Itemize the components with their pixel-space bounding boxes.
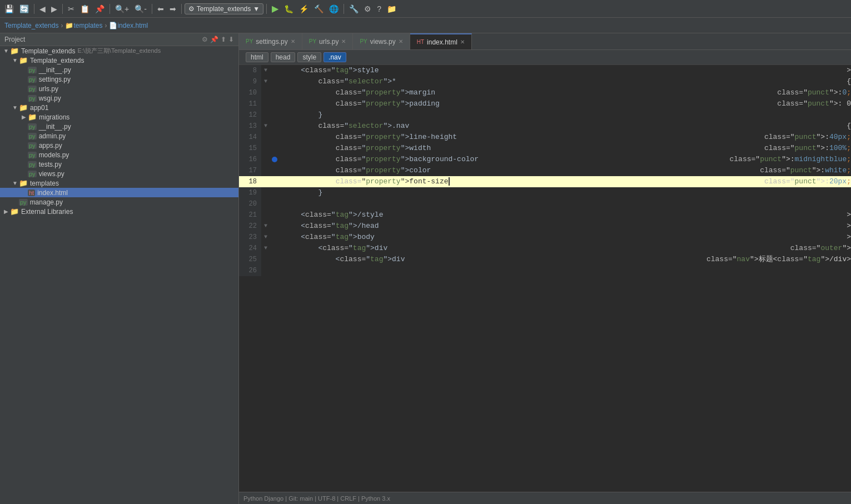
code-content: <class="tag">body xyxy=(279,232,847,243)
tab-close-icon[interactable]: ✕ xyxy=(291,38,295,44)
tab-index[interactable]: HT index.html ✕ xyxy=(410,33,472,49)
tree-item[interactable]: ▼ 📁 Template_extends E:\脱产三期\Template_ex… xyxy=(0,46,238,56)
tree-item[interactable]: ht index.html xyxy=(0,188,238,197)
tree-label: settings.py xyxy=(39,76,71,83)
debug-gutter[interactable] xyxy=(270,109,279,121)
debug-gutter[interactable] xyxy=(270,209,279,221)
tree-label: tests.py xyxy=(39,161,62,168)
debug-gutter[interactable] xyxy=(270,132,279,143)
tree-item[interactable]: py urls.py xyxy=(0,84,238,93)
fold-gutter[interactable]: ▼ xyxy=(261,65,270,76)
code-editor[interactable]: 8 ▼ <class="tag">style> 9 ▼ class="selec… xyxy=(239,65,851,492)
breadcrumb-tag-html[interactable]: html xyxy=(246,52,268,62)
debug-dot-empty xyxy=(272,268,277,273)
debug-dot-empty xyxy=(272,246,277,251)
tab-close-icon[interactable]: ✕ xyxy=(460,39,465,45)
code-line: 9 ▼ class="selector">* { xyxy=(239,76,851,87)
tree-item[interactable]: ▶ 📁 migrations xyxy=(0,112,238,122)
sidebar-collapse-icon[interactable]: ⬇ xyxy=(228,36,234,43)
project-dropdown[interactable]: ⚙ Template_extends ▼ xyxy=(185,3,263,14)
debug-gutter[interactable] xyxy=(270,187,279,198)
tree-item[interactable]: py models.py xyxy=(0,150,238,159)
debug-gutter[interactable] xyxy=(270,98,279,109)
tree-item[interactable]: py views.py xyxy=(0,169,238,178)
tree-item[interactable]: py settings.py xyxy=(0,74,238,84)
code-line: 17 class="property">colorclass="punct">:… xyxy=(239,165,851,176)
zoom-in-button[interactable]: 🔍+ xyxy=(113,3,131,14)
tree-item[interactable]: py wsgi.py xyxy=(0,93,238,103)
run-debug-button[interactable]: ⚡ xyxy=(297,3,311,14)
fold-gutter[interactable]: ▼ xyxy=(261,232,270,243)
forward-button[interactable]: ▶ xyxy=(49,3,59,14)
breadcrumb-item-root[interactable]: Template_extends xyxy=(4,22,58,29)
tree-item[interactable]: py __init__.py xyxy=(0,122,238,131)
debug-gutter[interactable] xyxy=(270,121,279,132)
save-button[interactable]: 💾 xyxy=(2,3,16,14)
zoom-out-button[interactable]: 🔍- xyxy=(132,3,149,14)
code-line: 18 class="property">font-sizeclass="punc… xyxy=(239,176,851,187)
tree-item[interactable]: py apps.py xyxy=(0,141,238,150)
vcs-button[interactable]: 📁 xyxy=(385,3,399,14)
help-button[interactable]: ? xyxy=(375,3,384,14)
breadcrumb-tag-style[interactable]: style xyxy=(297,52,321,62)
fold-gutter[interactable]: ▼ xyxy=(261,76,270,87)
fold-gutter[interactable]: ▼ xyxy=(261,243,270,254)
tree-item[interactable]: ▶ 📁 External Libraries xyxy=(0,207,238,216)
debug-button[interactable]: 🐛 xyxy=(282,3,296,14)
sidebar-pin-icon[interactable]: 📌 xyxy=(210,36,218,43)
tree-item[interactable]: ▼ 📁 Template_extends xyxy=(0,56,238,65)
breadcrumb-tag-head[interactable]: head xyxy=(271,52,296,62)
debug-gutter[interactable] xyxy=(270,154,279,165)
breadcrumb-tag-nav[interactable]: .nav xyxy=(324,52,346,62)
debug-dot-empty xyxy=(272,101,277,107)
copy-button[interactable]: 📋 xyxy=(78,3,92,14)
debug-gutter[interactable] xyxy=(270,165,279,176)
sync-button[interactable]: 🔄 xyxy=(17,3,31,14)
debug-gutter[interactable] xyxy=(270,265,279,276)
paste-button[interactable]: 📌 xyxy=(93,3,107,14)
tree-item[interactable]: py admin.py xyxy=(0,131,238,141)
breadcrumb-item-file[interactable]: index.html xyxy=(117,22,148,29)
tree-item[interactable]: py __init__.py xyxy=(0,65,238,74)
tools-button[interactable]: 🔧 xyxy=(347,3,361,14)
prev-button[interactable]: ⬅ xyxy=(155,3,166,14)
tab-settings[interactable]: PY settings.py ✕ xyxy=(239,33,302,49)
debug-gutter[interactable] xyxy=(270,65,279,76)
sidebar-settings-icon[interactable]: ⚙ xyxy=(202,36,208,43)
code-line: 19 } xyxy=(239,187,851,198)
back-button[interactable]: ◀ xyxy=(37,3,48,14)
sidebar-expand-icon[interactable]: ⬆ xyxy=(221,36,226,43)
build-button[interactable]: 🔨 xyxy=(312,3,326,14)
tab-views[interactable]: PY views.py ✕ xyxy=(353,33,410,49)
debug-gutter[interactable] xyxy=(270,198,279,209)
tree-item[interactable]: py manage.py xyxy=(0,197,238,207)
fold-gutter[interactable]: ▼ xyxy=(261,121,270,132)
tree-file-icon: py xyxy=(28,160,37,168)
tree-item[interactable]: ▼ 📁 app01 xyxy=(0,103,238,112)
fold-gutter xyxy=(261,165,270,176)
fold-gutter[interactable]: ▼ xyxy=(261,221,270,232)
debug-gutter[interactable] xyxy=(270,176,279,187)
next-button[interactable]: ➡ xyxy=(167,3,178,14)
tree-item[interactable]: py tests.py xyxy=(0,159,238,169)
breadcrumb-item-templates[interactable]: templates xyxy=(73,22,102,29)
run-button[interactable]: ▶ xyxy=(270,2,281,15)
debug-gutter[interactable] xyxy=(270,221,279,232)
debug-gutter[interactable] xyxy=(270,76,279,87)
debug-gutter[interactable] xyxy=(270,143,279,154)
tab-close-icon[interactable]: ✕ xyxy=(341,38,346,44)
debug-gutter[interactable] xyxy=(270,232,279,243)
tab-urls[interactable]: PY urls.py ✕ xyxy=(302,33,354,49)
cut-button[interactable]: ✂ xyxy=(66,3,77,14)
debug-gutter[interactable] xyxy=(270,243,279,254)
tab-close-icon[interactable]: ✕ xyxy=(399,38,403,44)
code-line: 25 <class="tag">div class="nav">标题<class… xyxy=(239,254,851,265)
fold-gutter xyxy=(261,98,270,109)
debug-gutter[interactable] xyxy=(270,87,279,98)
tree-item[interactable]: ▼ 📁 templates xyxy=(0,178,238,188)
tree-label: templates xyxy=(30,179,59,187)
external-button[interactable]: 🌐 xyxy=(327,3,341,14)
tree-label: wsgi.py xyxy=(39,94,61,102)
settings-button[interactable]: ⚙ xyxy=(362,3,374,14)
debug-gutter[interactable] xyxy=(270,254,279,265)
